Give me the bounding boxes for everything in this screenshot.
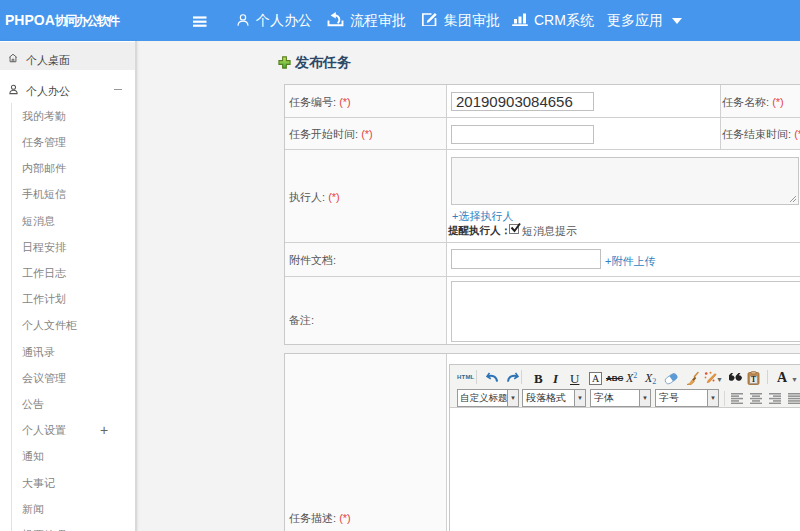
svg-text:T: T [751, 375, 756, 384]
